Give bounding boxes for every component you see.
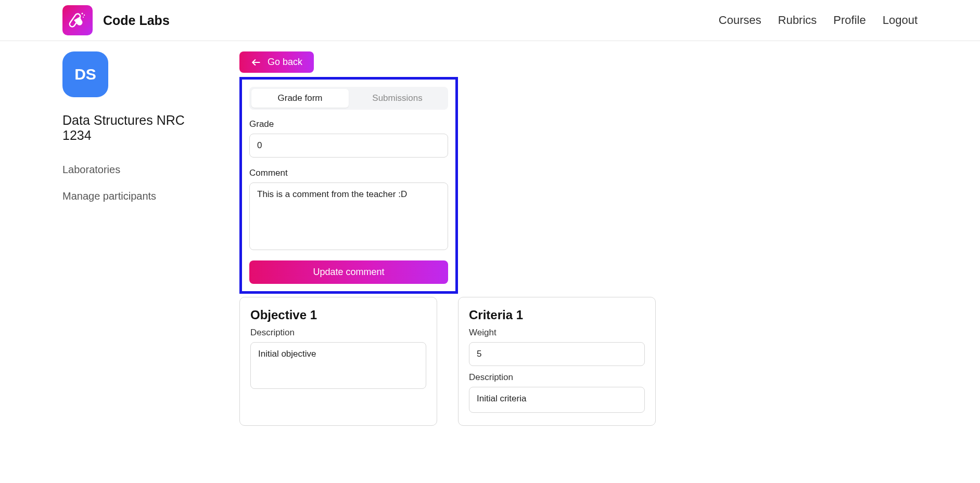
arrow-left-icon <box>251 57 261 68</box>
nav-logout[interactable]: Logout <box>883 14 918 27</box>
criteria-title: Criteria 1 <box>469 308 645 322</box>
header-left: Code Labs <box>62 5 170 35</box>
tabs: Grade form Submissions <box>249 87 448 110</box>
comment-label: Comment <box>249 168 448 178</box>
objective-title: Objective 1 <box>250 308 426 322</box>
objective-description-textarea[interactable] <box>250 342 426 389</box>
content: DS Data Structures NRC 1234 Laboratories… <box>0 41 980 436</box>
grade-label: Grade <box>249 119 448 129</box>
sidebar: DS Data Structures NRC 1234 Laboratories… <box>62 51 213 426</box>
tab-submissions[interactable]: Submissions <box>349 89 446 108</box>
sidebar-link-manage-participants[interactable]: Manage participants <box>62 190 213 202</box>
nav-profile[interactable]: Profile <box>833 14 866 27</box>
main-nav: Courses Rubrics Profile Logout <box>719 14 918 27</box>
objective-card: Objective 1 Description <box>239 297 437 426</box>
criteria-weight-label: Weight <box>469 328 645 338</box>
course-title: Data Structures NRC 1234 <box>62 113 213 143</box>
svg-point-1 <box>82 13 83 15</box>
update-comment-button[interactable]: Update comment <box>249 260 448 284</box>
go-back-button[interactable]: Go back <box>239 51 314 73</box>
sidebar-link-laboratories[interactable]: Laboratories <box>62 164 213 176</box>
main: Go back Grade form Submissions Grade Com… <box>239 51 918 426</box>
nav-rubrics[interactable]: Rubrics <box>778 14 817 27</box>
criteria-description-label: Description <box>469 372 645 383</box>
grade-panel: Grade form Submissions Grade Comment Upd… <box>239 77 458 294</box>
header: Code Labs Courses Rubrics Profile Logout <box>0 0 980 41</box>
comment-textarea[interactable] <box>249 182 448 250</box>
cards-row: Objective 1 Description Criteria 1 Weigh… <box>239 297 918 426</box>
criteria-weight-input[interactable] <box>469 342 645 366</box>
nav-courses[interactable]: Courses <box>719 14 761 27</box>
go-back-label: Go back <box>268 57 302 68</box>
course-badge: DS <box>62 51 108 97</box>
brand-text: Code Labs <box>103 13 170 28</box>
criteria-description-textarea[interactable] <box>469 387 645 413</box>
test-tube-icon <box>67 10 88 31</box>
grade-input[interactable] <box>249 134 448 158</box>
svg-point-2 <box>84 15 85 16</box>
criteria-card: Criteria 1 Weight Description <box>458 297 656 426</box>
logo[interactable] <box>62 5 93 35</box>
tab-grade-form[interactable]: Grade form <box>251 89 349 108</box>
svg-point-3 <box>83 17 84 18</box>
objective-description-label: Description <box>250 328 426 338</box>
